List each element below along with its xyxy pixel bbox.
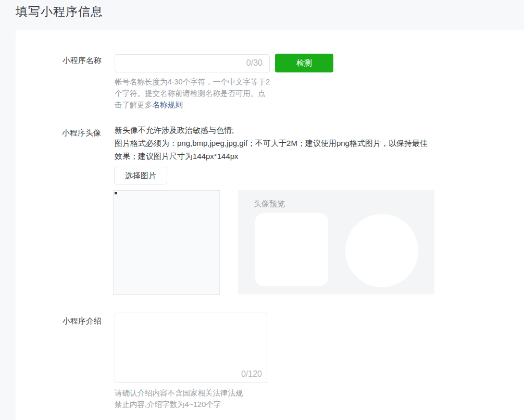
avatar-rules-text: 新头像不允许涉及政治敏感与色情; 图片格式必须为：png,bmp,jpeg,jp… [115,123,433,163]
check-name-button[interactable]: 检测 [275,54,333,72]
form-card: 小程序名称 0/30 检测 帐号名称长度为4-30个字符，一个中文字等于2个字符… [16,30,524,420]
avatar-preview-title: 头像预览 [254,199,285,209]
intro-help-text: 请确认介绍内容不含国家相关法律法规 禁止内容,介绍字数为4~120个字 [115,387,260,410]
name-rules-link[interactable]: 名称规则 [153,101,183,109]
page-title: 填写小程序信息 [16,4,103,20]
avatar-preview-circle [345,214,418,287]
avatar-rule-line-1: 新头像不允许涉及政治敏感与色情; [115,123,433,137]
avatar-preview-panel: 头像预览 [238,190,434,294]
mini-program-name-input[interactable] [115,54,270,72]
intro-textarea[interactable] [115,313,267,383]
crop-corner-handle [114,191,118,195]
intro-help-line-2: 禁止内容,介绍字数为4~120个字 [115,399,260,410]
choose-image-button[interactable]: 选择图片 [114,167,167,184]
name-help-text: 帐号名称长度为4-30个字符，一个中文字等于2个字符。提交名称前请检测名称是否可… [115,76,273,110]
name-help-body: 帐号名称长度为4-30个字符，一个中文字等于2个字符。提交名称前请检测名称是否可… [115,78,270,109]
intro-label: 小程序介绍 [63,316,102,326]
intro-textarea-wrap: 0/120 [115,313,267,383]
intro-help-line-1: 请确认介绍内容不含国家相关法律法规 [115,387,260,399]
mini-program-name-label: 小程序名称 [63,56,102,66]
avatar-rule-line-2: 图片格式必须为：png,bmp,jpeg,jpg,gif；不可大于2M；建议使用… [115,137,433,163]
mini-program-name-input-wrap: 0/30 [115,54,270,72]
avatar-label: 小程序头像 [62,128,101,138]
avatar-crop-box [113,190,220,295]
avatar-preview-square [255,213,328,286]
